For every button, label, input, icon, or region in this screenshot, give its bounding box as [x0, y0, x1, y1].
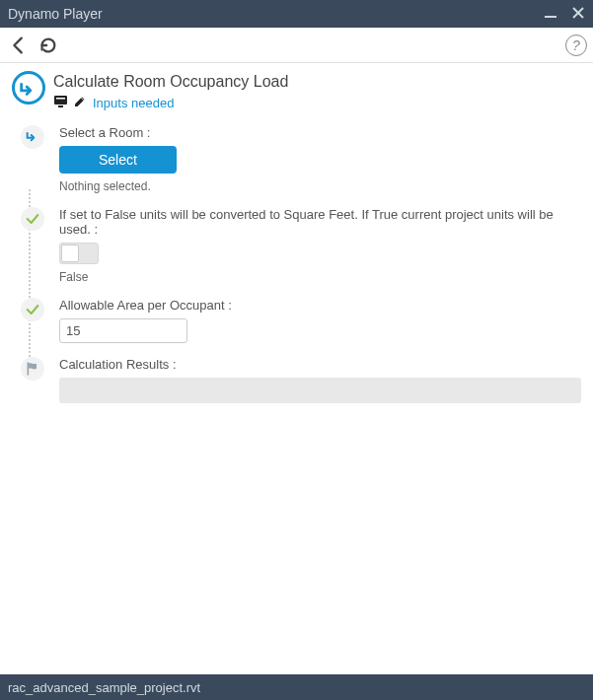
step-area-per-occupant: Allowable Area per Occupant : [12, 298, 581, 343]
step-select-room: Select a Room : Select Nothing selected. [12, 125, 581, 193]
step-marker-units [21, 207, 44, 231]
monitor-icon[interactable] [53, 95, 69, 111]
footer: rac_advanced_sample_project.rvt [0, 674, 593, 700]
minimize-button[interactable] [544, 6, 557, 23]
svg-rect-3 [54, 96, 67, 105]
status-link[interactable]: Inputs needed [93, 96, 174, 110]
units-toggle-label: If set to False units will be converted … [59, 207, 581, 237]
select-button[interactable]: Select [59, 146, 177, 174]
area-input[interactable] [59, 318, 187, 343]
content-area: Calculate Room Occupancy Load Inputs nee… [0, 63, 593, 674]
select-room-label: Select a Room : [59, 125, 581, 140]
step-units-toggle: If set to False units will be converted … [12, 207, 581, 284]
toolbar: ? [0, 28, 593, 63]
edit-icon[interactable] [73, 95, 87, 111]
script-header: Calculate Room Occupancy Load Inputs nee… [12, 71, 581, 111]
select-arrow-icon [25, 129, 40, 145]
titlebar: Dynamo Player [0, 0, 593, 28]
close-button[interactable] [571, 6, 585, 23]
toggle-knob [61, 245, 79, 262]
window-controls [544, 6, 585, 23]
script-title: Calculate Room Occupancy Load [53, 73, 288, 91]
results-label: Calculation Results : [59, 357, 581, 372]
units-toggle-value: False [59, 270, 581, 284]
window-title: Dynamo Player [8, 6, 544, 22]
check-icon [25, 211, 40, 227]
select-room-hint: Nothing selected. [59, 179, 581, 193]
footer-filename: rac_advanced_sample_project.rvt [8, 680, 200, 695]
step-marker-select [21, 125, 44, 149]
check-icon [25, 302, 40, 317]
results-output [59, 378, 581, 403]
step-results: Calculation Results : [12, 357, 581, 403]
refresh-button[interactable] [36, 33, 61, 58]
step-marker-area [21, 298, 44, 321]
svg-rect-5 [58, 105, 63, 107]
area-label: Allowable Area per Occupant : [59, 298, 581, 313]
flag-icon [25, 361, 40, 377]
run-button[interactable] [12, 71, 45, 105]
svg-rect-4 [56, 98, 65, 100]
step-marker-results [21, 357, 44, 381]
help-button[interactable]: ? [565, 35, 587, 56]
back-button[interactable] [6, 33, 32, 58]
run-arrow-icon [18, 77, 39, 99]
units-toggle[interactable] [59, 243, 99, 264]
